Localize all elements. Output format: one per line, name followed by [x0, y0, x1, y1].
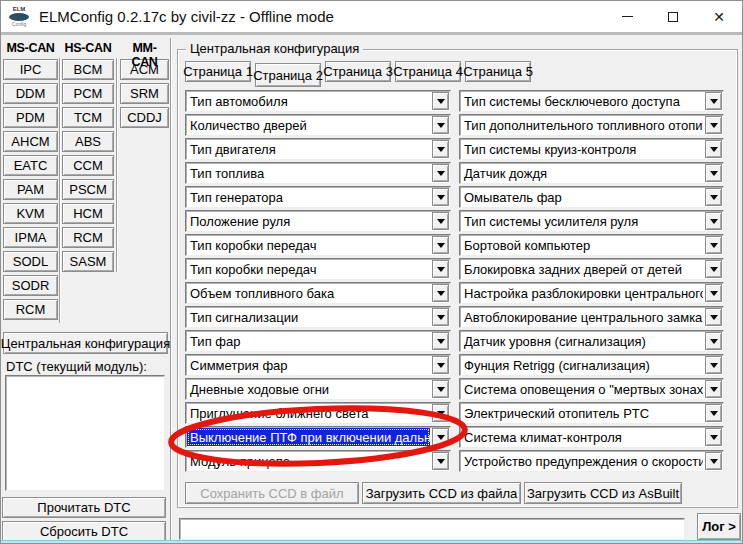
- module-button-pcm[interactable]: PCM: [62, 83, 114, 104]
- module-button-hcm[interactable]: HCM: [62, 203, 114, 224]
- module-button-eatc[interactable]: EATC: [3, 155, 58, 176]
- chevron-down-icon[interactable]: [705, 404, 722, 422]
- module-button-sodr[interactable]: SODR: [3, 275, 58, 296]
- module-button-abs[interactable]: ABS: [62, 131, 114, 152]
- chevron-down-icon[interactable]: [705, 428, 722, 446]
- left-combo-12[interactable]: Симметрия фар: [185, 354, 451, 376]
- right-combo-9[interactable]: Настройка разблокировки центрального зам…: [459, 282, 724, 304]
- module-button-sasm[interactable]: SASM: [62, 251, 114, 272]
- module-button-srm[interactable]: SRM: [120, 83, 169, 104]
- minimize-button[interactable]: [604, 1, 650, 32]
- left-combo-5[interactable]: Тип генератора: [185, 186, 451, 208]
- right-combo-7[interactable]: Бортовой компьютер: [459, 234, 724, 256]
- module-button-ddm[interactable]: DDM: [3, 83, 58, 104]
- left-combo-10[interactable]: Тип сигнализации: [185, 306, 451, 328]
- chevron-down-icon[interactable]: [432, 92, 449, 110]
- right-combo-15[interactable]: Система климат-контроля: [459, 426, 724, 448]
- right-combo-5[interactable]: Омыватель фар: [459, 186, 724, 208]
- right-combo-6[interactable]: Тип системы усилителя руля: [459, 210, 724, 232]
- left-combo-16[interactable]: Модуль прицепа: [185, 450, 451, 472]
- chevron-down-icon[interactable]: [705, 332, 722, 350]
- module-button-ipma[interactable]: IPMA: [3, 227, 58, 248]
- chevron-down-icon[interactable]: [432, 140, 449, 158]
- right-combo-14[interactable]: Электрический отопитель PTC: [459, 402, 724, 424]
- chevron-down-icon[interactable]: [432, 188, 449, 206]
- chevron-down-icon[interactable]: [432, 236, 449, 254]
- module-button-pam[interactable]: PAM: [3, 179, 58, 200]
- chevron-down-icon[interactable]: [432, 332, 449, 350]
- chevron-down-icon[interactable]: [705, 92, 722, 110]
- left-combo-3[interactable]: Тип двигателя: [185, 138, 451, 160]
- right-combo-1[interactable]: Тип системы бесключевого доступа: [459, 90, 724, 112]
- chevron-down-icon[interactable]: [705, 188, 722, 206]
- right-combo-3[interactable]: Тип системы круиз-контроля: [459, 138, 724, 160]
- module-button-tcm[interactable]: TCM: [62, 107, 114, 128]
- left-combo-4[interactable]: Тип топлива: [185, 162, 451, 184]
- load-ccd-asbuilt-button[interactable]: Загрузить CCD из AsBuilt: [524, 482, 682, 504]
- module-button-bcm[interactable]: BCM: [62, 59, 114, 80]
- chevron-down-icon[interactable]: [432, 404, 449, 422]
- chevron-down-icon[interactable]: [432, 212, 449, 230]
- tab-page-3[interactable]: Страница 3: [325, 61, 391, 82]
- module-button-pscm[interactable]: PSCM: [62, 179, 114, 200]
- right-combo-8[interactable]: Блокировка задних дверей от детей: [459, 258, 724, 280]
- module-button-cddj[interactable]: CDDJ: [120, 107, 169, 128]
- chevron-down-icon[interactable]: [432, 116, 449, 134]
- read-dtc-button[interactable]: Прочитать DTC: [2, 497, 166, 518]
- right-combo-13[interactable]: Система оповещения о "мертвых зонах": [459, 378, 724, 400]
- chevron-down-icon[interactable]: [432, 428, 449, 446]
- left-combo-1[interactable]: Тип автомобиля: [185, 90, 451, 112]
- module-button-sodl[interactable]: SODL: [3, 251, 58, 272]
- dtc-listbox[interactable]: [5, 375, 165, 491]
- chevron-down-icon[interactable]: [432, 308, 449, 326]
- chevron-down-icon[interactable]: [705, 308, 722, 326]
- chevron-down-icon[interactable]: [705, 356, 722, 374]
- chevron-down-icon[interactable]: [705, 164, 722, 182]
- left-combo-2[interactable]: Количество дверей: [185, 114, 451, 136]
- chevron-down-icon[interactable]: [705, 236, 722, 254]
- right-combo-12[interactable]: Фунция Retrigg (сигнализация): [459, 354, 724, 376]
- chevron-down-icon[interactable]: [705, 212, 722, 230]
- left-combo-9[interactable]: Объем топливного бака: [185, 282, 451, 304]
- module-button-ahcm[interactable]: AHCM: [3, 131, 58, 152]
- central-config-button[interactable]: Центральная конфигурация: [3, 332, 168, 354]
- left-combo-11[interactable]: Тип фар: [185, 330, 451, 352]
- right-combo-16[interactable]: Устройство предупреждения о скорости: [459, 450, 724, 472]
- clear-dtc-button[interactable]: Сбросить DTC: [2, 521, 166, 542]
- module-button-kvm[interactable]: KVM: [3, 203, 58, 224]
- chevron-down-icon[interactable]: [705, 116, 722, 134]
- right-combo-4[interactable]: Датчик дождя: [459, 162, 724, 184]
- tab-page-4[interactable]: Страница 4: [395, 61, 461, 82]
- left-combo-8[interactable]: Тип коробки передач: [185, 258, 451, 280]
- chevron-down-icon[interactable]: [432, 260, 449, 278]
- left-combo-15[interactable]: Выключение ПТФ при включении дальнего св…: [185, 426, 451, 448]
- chevron-down-icon[interactable]: [705, 380, 722, 398]
- right-combo-10[interactable]: Автоблокирование центрального замка: [459, 306, 724, 328]
- module-button-acm[interactable]: ACM: [120, 59, 169, 80]
- module-button-ccm[interactable]: CCM: [62, 155, 114, 176]
- tab-page-2[interactable]: Страница 2: [255, 63, 321, 87]
- chevron-down-icon[interactable]: [432, 452, 449, 470]
- chevron-down-icon[interactable]: [705, 140, 722, 158]
- tab-page-1[interactable]: Страница 1: [185, 61, 251, 82]
- chevron-down-icon[interactable]: [432, 380, 449, 398]
- module-button-pdm[interactable]: PDM: [3, 107, 58, 128]
- module-button-rcm[interactable]: RCM: [3, 299, 58, 320]
- chevron-down-icon[interactable]: [705, 284, 722, 302]
- right-combo-11[interactable]: Датчик уровня (сигнализация): [459, 330, 724, 352]
- module-button-ipc[interactable]: IPC: [3, 59, 58, 80]
- left-combo-14[interactable]: Приглушение ближнего света: [185, 402, 451, 424]
- chevron-down-icon[interactable]: [432, 356, 449, 374]
- status-field[interactable]: [179, 518, 685, 540]
- maximize-button[interactable]: [650, 1, 696, 32]
- left-combo-6[interactable]: Положение руля: [185, 210, 451, 232]
- chevron-down-icon[interactable]: [705, 260, 722, 278]
- left-combo-7[interactable]: Тип коробки передач: [185, 234, 451, 256]
- close-button[interactable]: ✕: [696, 1, 742, 32]
- tab-page-5[interactable]: Страница 5: [465, 61, 531, 82]
- right-combo-2[interactable]: Тип дополнительного топливного отопителя: [459, 114, 724, 136]
- chevron-down-icon[interactable]: [432, 164, 449, 182]
- chevron-down-icon[interactable]: [432, 284, 449, 302]
- load-ccd-file-button[interactable]: Загрузить CCD из файла: [362, 482, 521, 504]
- log-button[interactable]: Лог >: [697, 513, 741, 540]
